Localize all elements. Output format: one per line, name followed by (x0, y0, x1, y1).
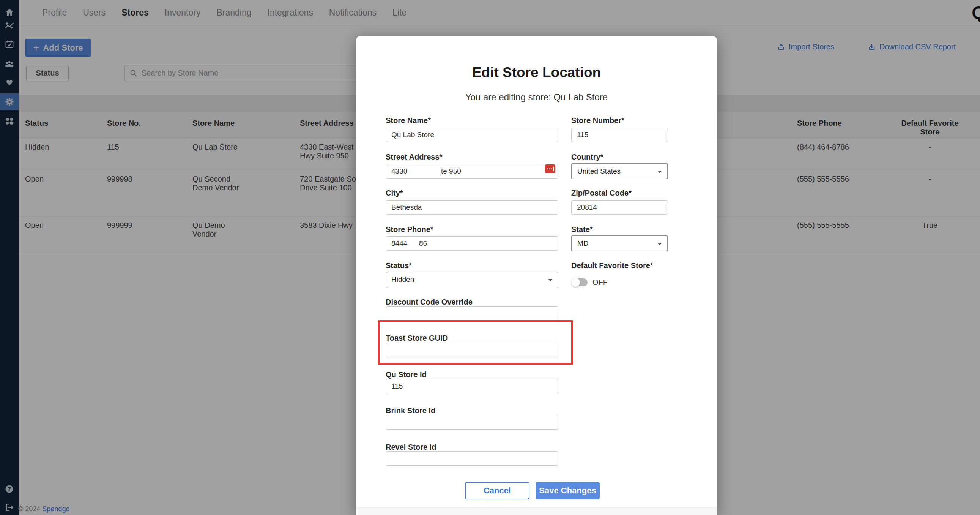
store-phone-label: Store Phone* (386, 225, 433, 234)
edit-store-modal: Edit Store Location You are editing stor… (356, 37, 717, 515)
store-name-input[interactable] (386, 128, 558, 142)
store-number-label: Store Number* (571, 116, 624, 125)
country-label: Country* (571, 153, 603, 161)
qu-store-id-input[interactable] (386, 379, 558, 394)
chevron-down-icon (548, 279, 553, 281)
toast-guid-label: Toast Store GUID (386, 334, 448, 343)
state-select[interactable]: MD (571, 236, 668, 252)
qu-store-id-label: Qu Store Id (386, 370, 426, 379)
country-value: United States (577, 167, 620, 175)
default-favorite-label: Default Favorite Store* (571, 261, 653, 270)
store-phone-value-part2: 86 (419, 237, 427, 250)
toggle-state-label: OFF (592, 278, 608, 287)
revel-store-id-label: Revel Store Id (386, 443, 436, 451)
city-input[interactable] (386, 200, 558, 215)
cancel-button[interactable]: Cancel (465, 482, 530, 499)
revel-store-id-input[interactable] (386, 451, 558, 466)
app-root: ? Profile Users Stores Inventory Brandin… (0, 0, 980, 515)
status-label: Status* (386, 261, 412, 270)
street-address-value-part1: 4330 (391, 164, 407, 178)
store-name-label: Store Name* (386, 116, 431, 125)
city-label: City* (386, 189, 403, 198)
modal-title: Edit Store Location (356, 65, 717, 81)
store-phone-input[interactable]: 8444 86 (386, 236, 558, 251)
zip-input[interactable] (571, 200, 668, 215)
store-phone-value-part1: 8444 (391, 237, 407, 250)
chevron-down-icon (657, 243, 662, 246)
street-address-value-part2: te 950 (441, 164, 461, 178)
modal-footer-strip (356, 507, 717, 515)
discount-code-input[interactable] (386, 306, 558, 321)
brink-store-id-label: Brink Store Id (386, 407, 435, 415)
status-value: Hidden (391, 275, 414, 283)
zip-label: Zip/Postal Code* (571, 189, 632, 198)
default-favorite-toggle[interactable] (571, 278, 587, 286)
modal-subtitle: You are editing store: Qu Lab Store (356, 92, 717, 102)
state-label: State* (571, 225, 593, 234)
save-changes-button[interactable]: Save Changes (536, 482, 600, 499)
store-number-input[interactable] (571, 128, 668, 142)
discount-code-label: Discount Code Override (386, 298, 473, 306)
status-select[interactable]: Hidden (386, 272, 558, 288)
toggle-knob (571, 278, 580, 287)
toast-guid-input[interactable] (386, 343, 558, 357)
street-address-input[interactable]: 4330 te 950 (386, 164, 558, 179)
brink-store-id-input[interactable] (386, 415, 558, 429)
password-manager-icon[interactable] (545, 164, 555, 173)
street-address-label: Street Address* (386, 153, 442, 161)
chevron-down-icon (657, 171, 662, 173)
state-value: MD (577, 239, 589, 247)
country-select[interactable]: United States (571, 163, 668, 179)
